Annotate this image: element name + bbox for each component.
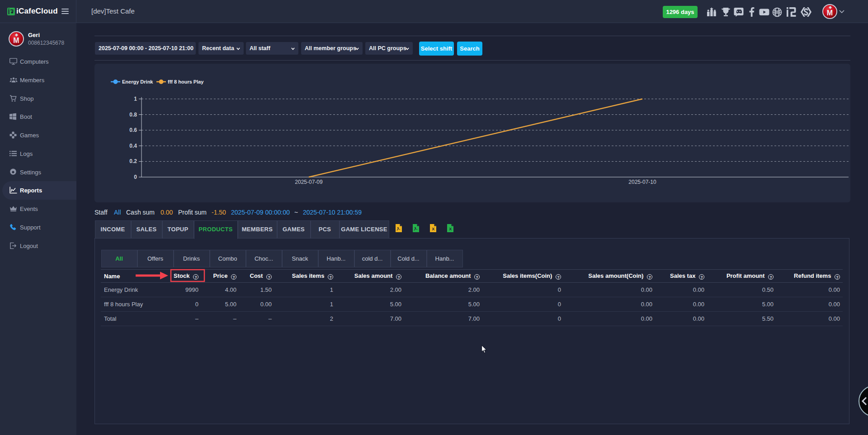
svg-text:fff 8 hours Play: fff 8 hours Play bbox=[168, 79, 204, 84]
svg-text:Energy Drink: Energy Drink bbox=[122, 79, 153, 84]
svg-text:2025-07-09: 2025-07-09 bbox=[295, 179, 323, 185]
svg-text:1: 1 bbox=[134, 96, 137, 102]
svg-text:X: X bbox=[449, 227, 452, 231]
svg-text:0.2: 0.2 bbox=[129, 158, 137, 164]
svg-text:0.6: 0.6 bbox=[129, 127, 137, 133]
svg-text:0.8: 0.8 bbox=[129, 112, 137, 118]
svg-text:0.4: 0.4 bbox=[129, 143, 137, 149]
svg-text:0: 0 bbox=[134, 174, 137, 180]
svg-text:X: X bbox=[432, 227, 434, 231]
svg-text:2025-07-10: 2025-07-10 bbox=[628, 179, 656, 185]
